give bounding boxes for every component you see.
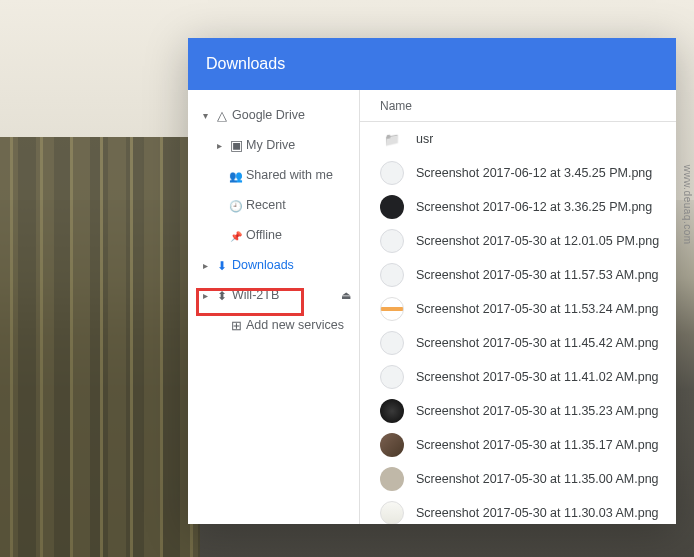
sidebar-item-label: Recent	[246, 198, 359, 212]
folder-icon	[380, 127, 404, 151]
usb-icon	[212, 287, 232, 303]
file-thumbnail	[380, 229, 404, 253]
file-thumbnail	[380, 365, 404, 389]
file-name: Screenshot 2017-05-30 at 11.41.02 AM.png	[416, 370, 659, 384]
file-row[interactable]: Screenshot 2017-05-30 at 11.35.17 AM.png	[360, 428, 676, 462]
file-row[interactable]: Screenshot 2017-05-30 at 11.35.23 AM.png	[360, 394, 676, 428]
sidebar-item-label: Offline	[246, 228, 359, 242]
caret-down-icon[interactable]: ▾	[198, 110, 212, 121]
content-area: ▾ Google Drive ▸ My Drive Shared with me…	[188, 90, 676, 524]
sidebar-item-add-services[interactable]: Add new services	[188, 310, 359, 340]
add-icon	[226, 317, 246, 333]
file-name: Screenshot 2017-05-30 at 11.35.00 AM.png	[416, 472, 659, 486]
sidebar-item-label: Will-2TB	[232, 288, 341, 302]
file-name: Screenshot 2017-05-30 at 11.45.42 AM.png	[416, 336, 659, 350]
drive-icon	[212, 107, 232, 123]
file-thumbnail	[380, 331, 404, 355]
sidebar-item-downloads[interactable]: ▸ Downloads	[188, 250, 359, 280]
file-row[interactable]: Screenshot 2017-05-30 at 11.35.00 AM.png	[360, 462, 676, 496]
files-app-window: Downloads ▾ Google Drive ▸ My Drive Shar…	[188, 38, 676, 524]
file-thumbnail	[380, 161, 404, 185]
column-header-name[interactable]: Name	[360, 90, 676, 122]
file-thumbnail	[380, 467, 404, 491]
watermark: www.deuaq.com	[683, 164, 694, 244]
file-name: Screenshot 2017-05-30 at 11.35.23 AM.png	[416, 404, 659, 418]
file-row[interactable]: Screenshot 2017-05-30 at 11.30.03 AM.png	[360, 496, 676, 524]
file-name: Screenshot 2017-05-30 at 11.30.03 AM.png	[416, 506, 659, 520]
sidebar-item-shared[interactable]: Shared with me	[188, 160, 359, 190]
file-row[interactable]: usr	[360, 122, 676, 156]
sidebar-item-offline[interactable]: Offline	[188, 220, 359, 250]
file-row[interactable]: Screenshot 2017-06-12 at 3.36.25 PM.png	[360, 190, 676, 224]
background-buildings	[0, 137, 200, 557]
file-thumbnail	[380, 501, 404, 524]
sidebar: ▾ Google Drive ▸ My Drive Shared with me…	[188, 90, 360, 524]
file-thumbnail	[380, 399, 404, 423]
file-name: Screenshot 2017-06-12 at 3.36.25 PM.png	[416, 200, 652, 214]
column-header-label: Name	[380, 99, 412, 113]
file-row[interactable]: Screenshot 2017-05-30 at 11.53.24 AM.png	[360, 292, 676, 326]
sidebar-item-label: Downloads	[232, 258, 359, 272]
sidebar-item-recent[interactable]: Recent	[188, 190, 359, 220]
file-name: Screenshot 2017-05-30 at 11.53.24 AM.png	[416, 302, 659, 316]
sidebar-item-label: My Drive	[246, 138, 359, 152]
download-icon	[212, 257, 232, 273]
file-row[interactable]: Screenshot 2017-05-30 at 11.41.02 AM.png	[360, 360, 676, 394]
recent-icon	[226, 197, 246, 213]
file-thumbnail	[380, 195, 404, 219]
sidebar-item-label: Google Drive	[232, 108, 359, 122]
file-row[interactable]: Screenshot 2017-06-12 at 3.45.25 PM.png	[360, 156, 676, 190]
file-name: Screenshot 2017-06-12 at 3.45.25 PM.png	[416, 166, 652, 180]
caret-right-icon[interactable]: ▸	[212, 140, 226, 151]
file-row[interactable]: Screenshot 2017-05-30 at 11.45.42 AM.png	[360, 326, 676, 360]
caret-right-icon[interactable]: ▸	[198, 260, 212, 271]
file-name: usr	[416, 132, 433, 146]
sidebar-item-usb-drive[interactable]: ▸ Will-2TB	[188, 280, 359, 310]
shared-icon	[226, 167, 246, 183]
offline-icon	[226, 227, 246, 243]
sidebar-item-label: Shared with me	[246, 168, 359, 182]
window-title: Downloads	[206, 55, 285, 73]
sidebar-item-label: Add new services	[246, 318, 359, 332]
file-name: Screenshot 2017-05-30 at 11.57.53 AM.png	[416, 268, 659, 282]
file-list[interactable]: usr Screenshot 2017-06-12 at 3.45.25 PM.…	[360, 122, 676, 524]
file-row[interactable]: Screenshot 2017-05-30 at 11.57.53 AM.png	[360, 258, 676, 292]
file-row[interactable]: Screenshot 2017-05-30 at 12.01.05 PM.png	[360, 224, 676, 258]
sidebar-item-my-drive[interactable]: ▸ My Drive	[188, 130, 359, 160]
file-name: Screenshot 2017-05-30 at 11.35.17 AM.png	[416, 438, 659, 452]
titlebar: Downloads	[188, 38, 676, 90]
caret-right-icon[interactable]: ▸	[198, 290, 212, 301]
file-pane: Name usr Screenshot 2017-06-12 at 3.45.2…	[360, 90, 676, 524]
mydrive-icon	[226, 137, 246, 153]
eject-icon[interactable]	[341, 289, 359, 302]
file-thumbnail	[380, 433, 404, 457]
file-thumbnail	[380, 263, 404, 287]
file-thumbnail	[380, 297, 404, 321]
sidebar-item-google-drive[interactable]: ▾ Google Drive	[188, 100, 359, 130]
file-name: Screenshot 2017-05-30 at 12.01.05 PM.png	[416, 234, 659, 248]
